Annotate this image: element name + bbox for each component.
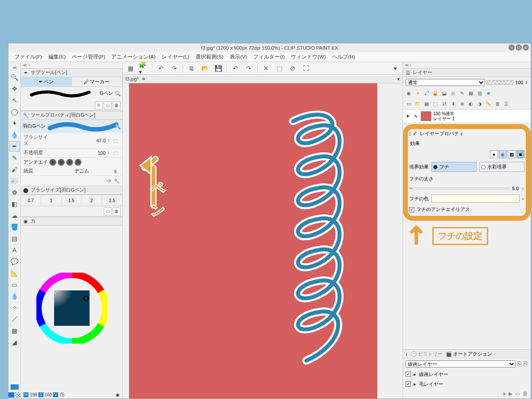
tool-drop-icon[interactable]: 💧 — [9, 291, 20, 301]
aa-copy-icon[interactable]: ⎘ — [517, 360, 522, 368]
layer-color-box[interactable]: ■ — [485, 89, 493, 97]
menu-file[interactable]: ファイル(F) — [11, 54, 45, 60]
layer-mark-icon[interactable]: ✦ — [414, 89, 422, 97]
apply-mask-icon[interactable]: ◑ — [476, 100, 484, 108]
subtool-tab-marker[interactable]: 🖊マーカー — [72, 77, 123, 86]
search-icon[interactable]: 🔍 — [115, 91, 121, 97]
preset-1[interactable]: 1 — [41, 195, 62, 206]
menu-animation[interactable]: アニメーション(A) — [108, 54, 158, 60]
brush-size-spinner[interactable]: ⇳ — [107, 139, 112, 143]
merge-icon[interactable]: ⬇ — [449, 100, 457, 108]
clear-icon[interactable]: ✕ — [261, 63, 271, 73]
minimize-button[interactable]: − — [509, 44, 515, 51]
opacity-value[interactable]: 100 — [89, 150, 106, 156]
tool-pencil-icon[interactable]: ✎ — [9, 153, 20, 163]
paper-delete-icon[interactable]: 🗑 — [113, 169, 120, 174]
undo-icon[interactable]: ↶ — [231, 63, 240, 73]
open-icon[interactable]: 📂 — [200, 63, 210, 73]
select-all-icon[interactable]: ⬚ — [274, 63, 284, 73]
new-layer-icon[interactable]: ▭ — [405, 100, 413, 108]
aa-option-1[interactable] — [49, 159, 56, 166]
color-cycle-icon[interactable]: ◉ — [116, 392, 120, 397]
layer-draft-icon[interactable]: ✎ — [458, 89, 466, 97]
autoaction-set-select[interactable]: 線画レイヤー — [406, 360, 516, 368]
preset-3[interactable]: 2 — [82, 195, 102, 206]
subtool-tab-pen[interactable]: ✒ペン — [21, 77, 72, 86]
aa-new-icon[interactable]: ▭ — [515, 391, 520, 397]
edit-target-icon[interactable]: ✎ — [413, 114, 419, 119]
tool-frame-icon[interactable]: ▭ — [9, 279, 20, 290]
layer-highlighter-icon[interactable]: 🖍 — [422, 89, 430, 97]
deselect-icon[interactable]: ⊘ — [288, 63, 297, 73]
new-frame-icon[interactable]: ⬚ — [431, 100, 439, 108]
tool-text-icon[interactable]: A — [9, 245, 20, 255]
tool-blend-icon[interactable]: ☁ — [9, 210, 20, 221]
subtool-delete-icon[interactable]: 🗑 — [113, 102, 121, 110]
menu-page[interactable]: ページ管理(P) — [69, 54, 108, 60]
menu-edit[interactable]: 編集(E) — [45, 54, 69, 60]
layer-lock-icon[interactable]: 🔒 — [431, 89, 439, 97]
redo-stroke-icon[interactable]: ↷ — [169, 63, 179, 73]
autoaction-tab[interactable]: 🎬 オートアクション — [446, 351, 492, 357]
color-menu-icon[interactable]: ▸ — [522, 196, 524, 201]
assets-icon[interactable]: 🧩▾ — [139, 63, 149, 73]
visibility-icon[interactable]: 👁 — [405, 114, 411, 119]
tool-marquee-icon[interactable]: ◯ — [9, 106, 20, 117]
layer-ref-icon[interactable]: ◎ — [449, 89, 457, 97]
autoaction-item-1[interactable]: ✓ ▸ 毛レイヤー — [403, 379, 531, 389]
layer-color-icon[interactable]: ◉ — [405, 89, 413, 97]
autoaction-item-0[interactable]: ✓ ▸ 線画レイヤー — [403, 369, 531, 379]
border-opt-fuchi[interactable]: フチ — [431, 162, 477, 172]
new-tone-icon[interactable]: ▦ — [422, 100, 430, 108]
blend-mode-select[interactable]: 通常 — [406, 79, 485, 86]
save-icon[interactable]: 💾 — [213, 63, 223, 73]
undo-stroke-icon[interactable]: ↶ — [156, 63, 166, 73]
subtool-new-icon[interactable]: ▭ — [104, 102, 112, 110]
aa-option-4[interactable] — [74, 159, 82, 166]
tool-deco-icon[interactable]: ✿ — [9, 187, 20, 198]
tool-move-icon[interactable]: ✥ — [9, 83, 20, 94]
tool-fill-icon[interactable]: 🪣 — [9, 222, 20, 232]
combine-icon[interactable]: ⊕ — [458, 100, 466, 108]
canvas[interactable]: ペ ン — [129, 83, 377, 399]
canvas-area[interactable]: ペ ン — [123, 83, 403, 399]
swap-color-icon[interactable] — [8, 392, 14, 398]
layer-mask-icon[interactable]: ▦ — [467, 89, 475, 97]
thickness-value[interactable]: 5.0 — [512, 186, 519, 191]
color-wheel[interactable] — [21, 226, 122, 391]
maximize-button[interactable]: □ — [516, 44, 522, 51]
thickness-slider[interactable] — [409, 188, 509, 189]
tool-pen-icon[interactable]: ✒ — [9, 141, 20, 152]
panel-nav-left[interactable]: ≪ ‹ — [23, 63, 30, 67]
menu-window[interactable]: ウィンドウ(W) — [288, 54, 329, 60]
preset-0[interactable]: 0.7 — [21, 195, 41, 206]
layer-ruler-icon[interactable]: ▥ — [476, 89, 484, 97]
effect-tone-icon[interactable]: ▩ — [508, 150, 516, 158]
opacity-slider[interactable] — [487, 80, 513, 85]
preset-4[interactable]: 2.5 — [102, 195, 122, 206]
thickness-spinner[interactable]: ⇳ — [521, 187, 524, 191]
menu-filter[interactable]: フィルター(I) — [250, 54, 288, 60]
tool-eraser-icon[interactable]: ◧ — [9, 199, 20, 209]
aa-option-3[interactable] — [66, 159, 73, 166]
redo-icon[interactable]: ↷ — [244, 63, 254, 73]
aa-record-icon[interactable]: ● — [503, 391, 506, 397]
effect-color-icon[interactable]: ■ — [516, 150, 524, 158]
brush-size-link-icon[interactable]: ⬚ — [113, 138, 120, 143]
tool-correct-icon[interactable]: ✧ — [9, 302, 20, 313]
document-tab[interactable]: f3.jpg* — [125, 76, 139, 82]
paper-value[interactable]: デニム — [52, 168, 112, 174]
preset-delete-icon[interactable]: 🗑 — [113, 207, 121, 215]
foreground-color-swatch[interactable] — [11, 384, 19, 390]
layer-menu-icon[interactable]: ☰ — [502, 100, 510, 108]
panel-handle-icon[interactable]: ⁞ — [406, 352, 407, 357]
doc-dropdown-icon[interactable]: ▾ — [397, 76, 400, 82]
tool-ruler-icon[interactable]: 📐 — [9, 268, 20, 278]
subtool-brush-row[interactable]: Gペン 🔍 — [21, 87, 122, 100]
menu-layer[interactable]: レイヤー(L) — [159, 54, 192, 60]
menu-help[interactable]: ヘルプ(H) — [329, 54, 358, 60]
aa-expand-icon[interactable]: ▸ — [414, 372, 416, 377]
tool-operation-icon[interactable]: ↖ — [9, 95, 20, 106]
search-icon[interactable]: 🔍 — [115, 124, 121, 129]
tool-wand-icon[interactable]: ✦ — [9, 118, 20, 129]
